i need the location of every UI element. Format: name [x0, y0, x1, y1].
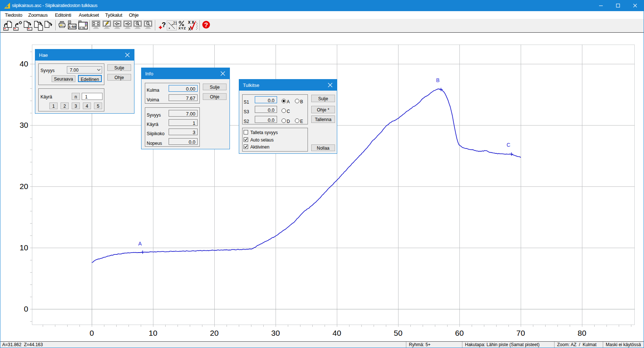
svg-text:XYZ: XYZ: [179, 26, 186, 30]
svg-text:B: B: [436, 77, 439, 83]
svg-text:30: 30: [20, 121, 28, 129]
svg-text:21: 21: [173, 21, 177, 25]
svg-text:?: ?: [162, 21, 166, 29]
svg-text:0: 0: [90, 329, 94, 337]
svg-text:1:50: 1:50: [69, 25, 76, 29]
svg-text:C: C: [507, 142, 510, 148]
svg-text:10: 10: [149, 329, 157, 337]
svg-text:70: 70: [516, 329, 525, 337]
svg-text:20: 20: [210, 329, 218, 337]
svg-text:?: ?: [204, 22, 208, 29]
svg-text:10: 10: [20, 243, 28, 252]
svg-text:30: 30: [271, 329, 280, 337]
svg-text:60: 60: [455, 329, 464, 337]
svg-text:40: 40: [20, 59, 28, 68]
svg-text:20: 20: [20, 182, 28, 191]
svg-text:50: 50: [394, 329, 402, 337]
svg-text:0: 0: [24, 305, 28, 313]
svg-text:40: 40: [332, 329, 341, 337]
svg-text:80: 80: [578, 329, 586, 337]
svg-text:A: A: [138, 241, 142, 247]
svg-text:X X: X X: [188, 20, 194, 25]
